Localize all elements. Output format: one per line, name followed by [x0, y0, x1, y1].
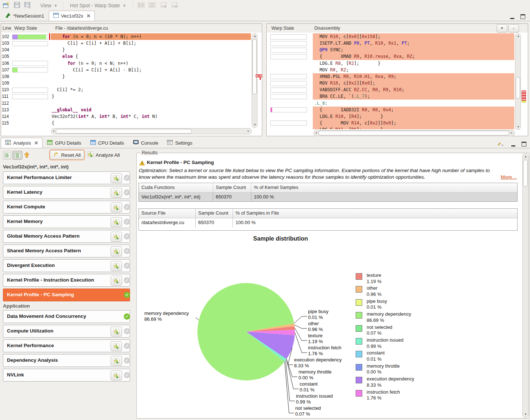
reset-all-button[interactable]: Reset All	[50, 150, 84, 160]
source-line[interactable]: 105 else {	[1, 53, 251, 60]
source-line[interactable]: 110 C[i] *= 2;	[1, 86, 251, 93]
disassembly-line[interactable]: ISETP.LT.AND P0, PT, R10, 0x1, PT;	[267, 40, 514, 47]
panel-tab-gpu-details[interactable]: GPU Details	[42, 138, 86, 148]
split-vertical-icon[interactable]	[137, 2, 145, 9]
promote-analysis-icon[interactable]	[23, 152, 30, 159]
run-analysis-button[interactable]	[111, 217, 122, 227]
column-header[interactable]: % of Samples in File	[233, 209, 515, 218]
disassembly-line[interactable]: LDG.E R8, [R2]; }	[267, 60, 514, 67]
source-line[interactable]: 111}	[1, 93, 251, 100]
minimize-panel-button[interactable]	[511, 142, 515, 146]
run-analysis-button[interactable]	[111, 232, 122, 242]
disassembly-line[interactable]: .L_8:	[267, 100, 514, 107]
close-icon[interactable]: ✕	[86, 13, 90, 19]
editor-tab-newsession1[interactable]: *NewSession1	[1, 11, 49, 21]
run-analysis-button[interactable]	[111, 246, 122, 256]
run-analysis-button[interactable]	[111, 356, 122, 366]
disassembly-vertical-scrollbar[interactable]: ▲ ▼	[515, 33, 521, 130]
disassembly-horizontal-scrollbar[interactable]: ◂ ▸	[314, 130, 515, 136]
column-header[interactable]: Cuda Functions	[139, 183, 213, 192]
analysis-item-kernel-profile-instruction-execution[interactable]: Kernel Profile - Instruction Execution✓	[3, 274, 130, 287]
run-analysis-button[interactable]	[111, 327, 122, 337]
collapse-analysis-list-button[interactable]	[3, 151, 12, 160]
more-link[interactable]: More…	[501, 174, 517, 180]
next-hotspot-button[interactable]: ▼	[497, 24, 507, 33]
source-line[interactable]: 102 for (n = 0; n < (10 * N); n++)	[1, 33, 251, 40]
source-line[interactable]: 107 C[i] = C[i] + A[i] - B[i];	[1, 67, 251, 73]
analysis-item-kernel-profile-pc-sampling[interactable]: Kernel Profile - PC Sampling✓	[3, 289, 130, 301]
run-analysis-button[interactable]	[111, 188, 122, 198]
disassembly-ruler-mark[interactable]	[522, 90, 526, 93]
disassembly-line[interactable]: XMAD.PSL R9, R10.H1, 0xa, R9;	[267, 73, 514, 80]
run-analysis-button[interactable]	[111, 202, 122, 212]
source-line[interactable]: 104 }	[1, 47, 251, 53]
source-vertical-scrollbar[interactable]: ▲ ▼	[252, 33, 257, 128]
disassembly-line[interactable]: LDG.E R10, [R4]; }	[267, 113, 514, 120]
disassembly-line[interactable]: BRA CC.LE, `(.L_7);	[267, 93, 514, 100]
fast-view-pencil-icon[interactable]	[497, 141, 503, 147]
source-line[interactable]: 108 }	[1, 73, 251, 80]
source-file-row[interactable]: /data/test/diverge.cu650370100.00 %	[139, 218, 517, 227]
source-line[interactable]: 109	[1, 80, 251, 86]
view-menu[interactable]: View ▼	[38, 1, 60, 10]
column-header[interactable]: % of Kernel Samples	[251, 183, 515, 192]
analysis-item-kernel-compute[interactable]: Kernel Compute✓	[3, 201, 130, 213]
disassembly-ruler-mark[interactable]	[522, 101, 526, 103]
column-header[interactable]: Source File	[139, 209, 196, 218]
panel-tab-console[interactable]: Console	[129, 138, 163, 148]
analysis-item-kernel-latency[interactable]: Kernel Latency✓	[3, 186, 130, 199]
analysis-item-compute-utilization[interactable]: Compute Utilization✓	[3, 325, 130, 338]
source-line[interactable]: 106 for (n = 0; n < N; n++)	[1, 60, 251, 67]
disassembly-line[interactable]: MOV R0, RZ;	[267, 67, 514, 73]
results-vertical-scrollbar[interactable]: ▲ ▼	[522, 153, 529, 418]
hot-spot-menu[interactable]: Hot Spot - Warp State ▼	[68, 1, 128, 10]
source-line[interactable]: 113__global__ void	[1, 107, 251, 113]
column-header[interactable]: Sample Count	[213, 183, 251, 192]
analysis-item-kernel-performance-limiter[interactable]: Kernel Performance Limiter✓	[3, 171, 130, 184]
run-analysis-button[interactable]	[111, 341, 122, 351]
close-icon[interactable]: ✕	[34, 140, 38, 146]
maximize-panel-button[interactable]	[522, 142, 526, 146]
disassembly-line[interactable]: { XMAD R9, R10.reuse, 0xa, RZ;	[267, 53, 514, 60]
split-horizontal-icon[interactable]	[148, 2, 156, 9]
column-header[interactable]: Sample Count	[196, 209, 233, 218]
analysis-item-divergent-execution[interactable]: Divergent Execution✓	[3, 259, 130, 272]
panel-tab-cpu-details[interactable]: CPU Details	[86, 138, 129, 148]
analysis-item-dependency-analysis[interactable]: Dependency Analysis✓	[3, 354, 130, 367]
panel-tab-analysis[interactable]: Analysis✕	[1, 138, 42, 148]
disassembly-line[interactable]: LDG.E R11, [R6]; }	[267, 126, 514, 129]
analysis-item-global-memory-access-pattern[interactable]: Global Memory Access Pattern✓	[3, 230, 130, 243]
disassembly-ruler-mark[interactable]	[522, 93, 526, 96]
source-horizontal-scrollbar[interactable]: ◂ ▸	[51, 128, 252, 134]
source-line[interactable]: 115{	[1, 120, 251, 126]
disassembly-line[interactable]: @P0 SYNC;	[267, 47, 514, 53]
disassembly-line[interactable]: { MOV R14, c[0x2][0x0];	[267, 120, 514, 126]
run-analysis-button[interactable]	[111, 276, 122, 286]
previous-hotspot-button[interactable]: ▲	[508, 24, 519, 33]
expand-analysis-list-button[interactable]	[13, 151, 22, 160]
run-analysis-button[interactable]	[111, 371, 122, 380]
disassembly-line[interactable]: VABSDIFF.ACC RZ.CC, R0, R9, R10;	[267, 86, 514, 93]
disassembly-line[interactable]: MOV R10, c[0x0][0x158];	[267, 33, 514, 40]
source-ruler-mark[interactable]	[259, 74, 262, 77]
analyze-all-button[interactable]: Analyze All	[84, 150, 123, 160]
analysis-item-shared-memory-access-pattern[interactable]: Shared Memory Access Pattern✓	[3, 245, 130, 257]
run-analysis-button[interactable]	[111, 261, 122, 271]
run-analysis-button[interactable]	[111, 173, 122, 183]
disassembly-ruler-mark[interactable]	[522, 98, 526, 101]
disassembly-line[interactable]: MOV R10, c[0x2][0x0];	[267, 80, 514, 86]
minimize-button[interactable]	[510, 15, 514, 19]
editor-tab-vec1of32x[interactable]: Vec1of32x✕	[49, 11, 95, 21]
disassembly-ruler-mark[interactable]	[522, 96, 526, 98]
new-session-icon[interactable]	[3, 2, 11, 9]
analysis-item-nvlink[interactable]: NVLink✓	[3, 369, 130, 382]
source-ruler-mark[interactable]	[256, 74, 259, 77]
source-line[interactable]: 112	[1, 100, 251, 107]
source-line[interactable]: 103 C[i] = C[i] + A[i] + B[i];	[1, 40, 251, 47]
analysis-item-kernel-memory[interactable]: Kernel Memory✓	[3, 215, 130, 228]
analysis-item-data-movement-and-concurrency[interactable]: Data Movement And Concurrency✓	[3, 310, 130, 323]
source-ruler-mark[interactable]	[260, 77, 261, 80]
analysis-item-kernel-performance[interactable]: Kernel Performance✓	[3, 339, 130, 352]
maximize-button[interactable]	[520, 14, 525, 19]
source-line[interactable]: 114Vec32of32(int* A, int* B, int* C, int…	[1, 113, 251, 120]
